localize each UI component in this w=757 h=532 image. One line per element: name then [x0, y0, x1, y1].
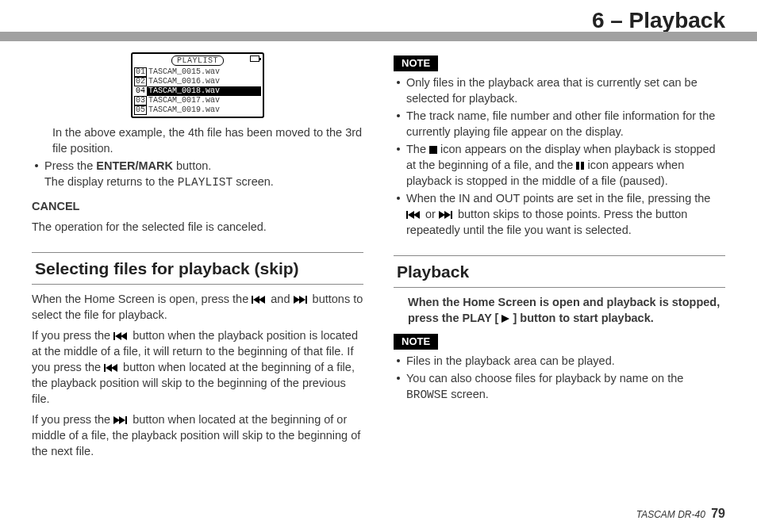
svg-marker-2: [259, 296, 265, 304]
bullet-dot-icon: [397, 114, 400, 117]
lcd-frame: PLAYLIST 01TASCAM_0015.wav 02TASCAM_0016…: [131, 52, 264, 118]
svg-marker-7: [115, 332, 121, 340]
skip-back-icon: [252, 296, 267, 304]
svg-rect-18: [406, 211, 408, 219]
note-item: The icon appears on the display when pla…: [394, 141, 725, 189]
lcd-caption: In the above example, the 4th file has b…: [52, 124, 363, 156]
note-badge: NOTE: [394, 334, 438, 350]
lcd-title-text: PLAYLIST: [171, 55, 224, 66]
svg-marker-20: [413, 211, 420, 219]
bullet-press-enter: Press the ENTER/MARK button. The display…: [32, 158, 363, 190]
left-column: PLAYLIST 01TASCAM_0015.wav 02TASCAM_0016…: [32, 52, 363, 500]
cancel-heading: CANCEL: [32, 198, 363, 214]
right-column: NOTE Only files in the playback area tha…: [394, 52, 725, 500]
footer-page-number: 79: [711, 507, 725, 520]
note-item: When the IN and OUT points are set in th…: [394, 190, 725, 238]
svg-marker-22: [444, 211, 451, 219]
lcd-title-row: PLAYLIST: [134, 55, 261, 67]
skip-back-icon: [104, 364, 120, 372]
note-badge: NOTE: [394, 55, 438, 71]
chapter-title: 6 – Playback: [592, 8, 725, 33]
divider: [394, 255, 725, 256]
lcd-row: 05TASCAM_0019.wav: [134, 105, 261, 115]
header-bar: 6 – Playback: [0, 8, 757, 41]
section-selecting-files: Selecting files for playback (skip): [32, 256, 363, 285]
bullet-dot-icon: [397, 359, 400, 362]
divider: [32, 252, 363, 253]
bullet-dot-icon: [397, 197, 400, 200]
note-item: You can also choose files for playback b…: [394, 370, 725, 403]
svg-rect-9: [104, 364, 106, 372]
page: 6 – Playback PLAYLIST 01TASCAM_0015.wav …: [0, 0, 757, 532]
note-list-1: Only files in the playback area that is …: [394, 75, 725, 238]
svg-marker-19: [408, 211, 414, 219]
footer: TASCAM DR-40 79: [636, 507, 725, 521]
play-icon: [501, 315, 509, 323]
note-list-2: Files in the playback area can be played…: [394, 353, 725, 403]
svg-marker-1: [253, 296, 259, 304]
pause-icon: [576, 162, 584, 170]
lcd-list: 01TASCAM_0015.wav 02TASCAM_0016.wav 04TA…: [134, 67, 261, 115]
note-item: Only files in the playback area that is …: [394, 75, 725, 106]
cancel-body: The operation for the selected file is c…: [32, 219, 363, 235]
svg-marker-8: [121, 332, 127, 340]
skip-p2: If you press the button when the playbac…: [32, 327, 363, 407]
skip-back-icon: [406, 211, 422, 219]
svg-marker-4: [299, 296, 305, 304]
note-item: Files in the playback area can be played…: [394, 353, 725, 369]
svg-marker-11: [111, 364, 117, 372]
stop-icon: [429, 146, 437, 154]
svg-rect-6: [113, 332, 115, 340]
battery-icon: [250, 55, 259, 62]
svg-marker-21: [439, 211, 445, 219]
skip-forward-icon: [113, 416, 129, 424]
bullet-dot-icon: [397, 377, 400, 380]
section-playback: Playback: [394, 259, 725, 288]
skip-p1: When the Home Screen is open, press the …: [32, 291, 363, 323]
header-strip: [0, 32, 757, 41]
skip-forward-icon: [439, 211, 455, 219]
svg-rect-15: [429, 146, 437, 154]
bullet-body: Press the ENTER/MARK button. The display…: [44, 158, 274, 190]
skip-forward-icon: [294, 296, 309, 304]
lcd-screenshot: PLAYLIST 01TASCAM_0015.wav 02TASCAM_0016…: [131, 52, 264, 118]
svg-marker-3: [294, 296, 300, 304]
note-item: The track name, file number and other fi…: [394, 108, 725, 140]
svg-marker-13: [119, 416, 125, 424]
bullet-dot-icon: [397, 147, 400, 151]
lcd-row: 02TASCAM_0016.wav: [134, 77, 261, 86]
lcd-row: 03TASCAM_0017.wav: [134, 96, 261, 105]
bullet-dot-icon: [35, 164, 38, 167]
lcd-row: 01TASCAM_0015.wav: [134, 67, 261, 77]
svg-marker-10: [106, 364, 112, 372]
playback-instruction: When the Home Screen is open and playbac…: [408, 294, 725, 326]
skip-p3: If you press the button when located at …: [32, 411, 363, 459]
skip-back-icon: [113, 332, 129, 340]
footer-model: TASCAM DR-40: [636, 509, 705, 520]
bullet-dot-icon: [397, 81, 400, 84]
svg-rect-16: [576, 162, 579, 170]
svg-marker-12: [113, 416, 120, 424]
lcd-row-selected: 04TASCAM_0018.wav: [134, 86, 261, 96]
svg-rect-0: [252, 296, 253, 304]
content-columns: PLAYLIST 01TASCAM_0015.wav 02TASCAM_0016…: [32, 52, 725, 500]
svg-rect-14: [125, 416, 127, 424]
svg-rect-23: [451, 211, 452, 219]
svg-rect-5: [305, 296, 307, 304]
svg-rect-17: [581, 162, 584, 170]
svg-marker-24: [501, 315, 509, 323]
